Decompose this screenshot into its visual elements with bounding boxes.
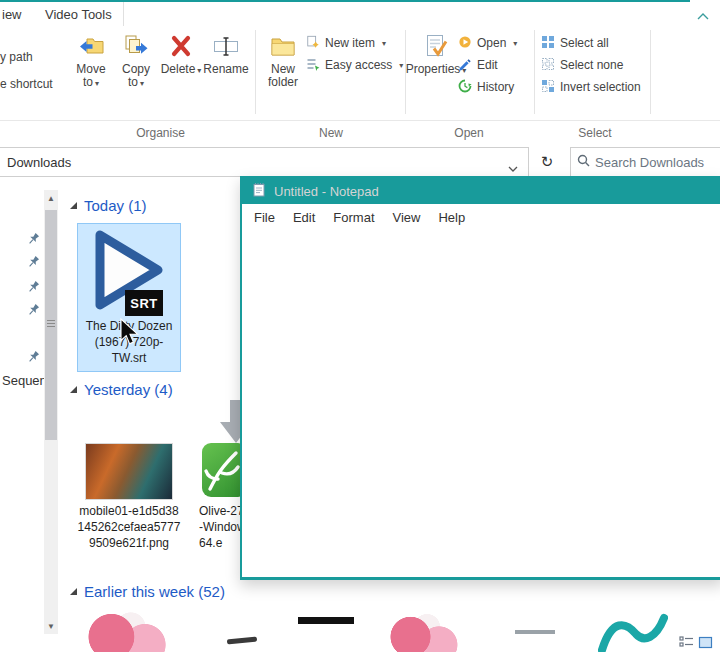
menu-edit[interactable]: Edit (284, 210, 324, 225)
group-header-yesterday[interactable]: Yesterday (4) (70, 381, 173, 398)
menu-view[interactable]: View (384, 210, 430, 225)
invert-selection-button[interactable]: Invert selection (541, 78, 641, 96)
history-button[interactable]: History (458, 78, 514, 96)
group-label-select: Select (541, 126, 649, 140)
address-dropdown-icon[interactable] (508, 160, 518, 175)
select-all-icon (541, 35, 555, 52)
group-header-label: Earlier this week (52) (84, 583, 225, 600)
scrollbar-grip (47, 320, 55, 328)
window-top-accent (0, 0, 690, 2)
pin-icon[interactable] (22, 253, 42, 274)
file-thumbnail-partial[interactable] (213, 612, 281, 652)
delete-icon (169, 32, 193, 60)
new-item-button[interactable]: New item ▾ (306, 34, 386, 52)
thumbnail-detail (515, 630, 555, 634)
pin-icon[interactable] (22, 348, 42, 369)
collapse-ribbon-icon[interactable] (697, 6, 709, 24)
scroll-up-button[interactable]: ▲ (44, 190, 58, 206)
group-header-today[interactable]: Today (1) (70, 197, 147, 214)
notepad-menubar: File Edit Format View Help (242, 204, 720, 230)
rename-button[interactable]: Rename (203, 32, 249, 76)
move-to-icon (78, 32, 104, 60)
group-header-label: Yesterday (4) (84, 381, 173, 398)
file-thumbnail-partial[interactable] (295, 612, 375, 652)
scroll-down-button[interactable]: ▼ (44, 618, 58, 634)
teal-wave-logo (598, 612, 668, 652)
details-view-button[interactable] (678, 635, 695, 650)
history-label: History (477, 80, 514, 94)
new-item-label: New item (325, 36, 375, 50)
easy-access-button[interactable]: Easy access ▾ (306, 56, 403, 74)
nav-item-partial[interactable]: Sequen (2, 373, 47, 388)
group-label-organise: Organise (68, 126, 253, 140)
file-thumbnail-partial[interactable] (388, 612, 463, 652)
history-icon (458, 79, 472, 96)
address-bar[interactable]: Downloads (0, 147, 529, 177)
easy-access-label: Easy access (325, 58, 392, 72)
group-collapse-icon (70, 202, 77, 209)
rename-label: Rename (203, 62, 248, 76)
file-thumbnail-partial[interactable] (85, 612, 173, 652)
nav-scrollbar[interactable]: ▲ ▼ (44, 190, 58, 634)
scrollbar-thumb[interactable] (45, 210, 57, 440)
file-thumbnail-partial[interactable] (598, 612, 668, 652)
refresh-button[interactable]: ↻ (531, 147, 563, 177)
invert-selection-icon (541, 79, 555, 96)
select-none-icon (541, 57, 555, 74)
file-name-exe[interactable]: Olive-27 -Window 64.e (199, 503, 246, 551)
group-header-label: Today (1) (84, 197, 147, 214)
select-all-button[interactable]: Select all (541, 34, 609, 52)
properties-button[interactable]: Properties▾ (409, 32, 463, 77)
delete-button[interactable]: Delete▾ (158, 32, 204, 77)
menu-format[interactable]: Format (324, 210, 383, 225)
ribbon-bottom-divider (0, 120, 720, 121)
file-thumbnail-png[interactable] (85, 443, 173, 500)
ribbon-separator (650, 30, 651, 114)
pin-icon[interactable] (22, 278, 42, 299)
srt-badge: SRT (125, 290, 163, 316)
easy-access-icon (306, 57, 320, 74)
rename-icon (213, 32, 239, 60)
explorer-window: iew Video Tools y path e shortcut Move t… (0, 0, 720, 652)
address-location: Downloads (7, 155, 71, 170)
select-all-label: Select all (560, 36, 609, 50)
open-label: Open (477, 36, 506, 50)
menu-file[interactable]: File (245, 210, 284, 225)
file-name-png[interactable]: mobile01-e1d5d38145262cefaea57779509e621… (77, 503, 181, 551)
new-folder-icon (270, 32, 296, 60)
move-to-button[interactable]: Move to▾ (68, 32, 114, 90)
copy-path-button-partial[interactable]: y path (0, 50, 33, 64)
notepad-text-area[interactable] (242, 230, 720, 577)
file-thumbnail-partial[interactable] (477, 612, 556, 652)
menu-help[interactable]: Help (429, 210, 474, 225)
copy-to-label: Copy to (122, 62, 150, 89)
properties-label: Properties (406, 62, 461, 76)
new-folder-button[interactable]: New folder (260, 32, 306, 89)
notepad-title: Untitled - Notepad (274, 184, 379, 199)
paste-shortcut-button-partial[interactable]: e shortcut (0, 77, 53, 91)
pin-icon[interactable] (22, 230, 42, 251)
group-collapse-icon (70, 588, 77, 595)
edit-button[interactable]: Edit (458, 56, 498, 74)
select-none-button[interactable]: Select none (541, 56, 623, 74)
caret-down-icon: ▾ (399, 61, 403, 70)
group-header-earlier[interactable]: Earlier this week (52) (70, 583, 225, 600)
copy-to-button[interactable]: Copy to▾ (113, 32, 159, 90)
ribbon-separator (534, 30, 535, 114)
group-collapse-icon (70, 386, 77, 393)
search-input[interactable] (595, 155, 720, 170)
caret-down-icon: ▾ (140, 79, 144, 88)
pin-icon[interactable] (22, 301, 42, 322)
caret-down-icon: ▾ (382, 39, 386, 48)
tab-view-partial[interactable]: iew (2, 7, 22, 22)
notepad-titlebar[interactable]: Untitled - Notepad (242, 178, 720, 204)
tab-video-tools[interactable]: Video Tools (45, 7, 112, 22)
new-item-icon (306, 35, 320, 52)
large-icons-view-button[interactable] (697, 635, 714, 650)
group-label-new: New (260, 126, 402, 140)
search-box[interactable] (570, 147, 720, 177)
ribbon: y path e shortcut Move to▾ Copy to▾ Dele… (0, 26, 720, 120)
move-to-label: Move to (76, 62, 105, 89)
open-button[interactable]: Open ▾ (458, 34, 517, 52)
edit-icon (458, 57, 472, 74)
